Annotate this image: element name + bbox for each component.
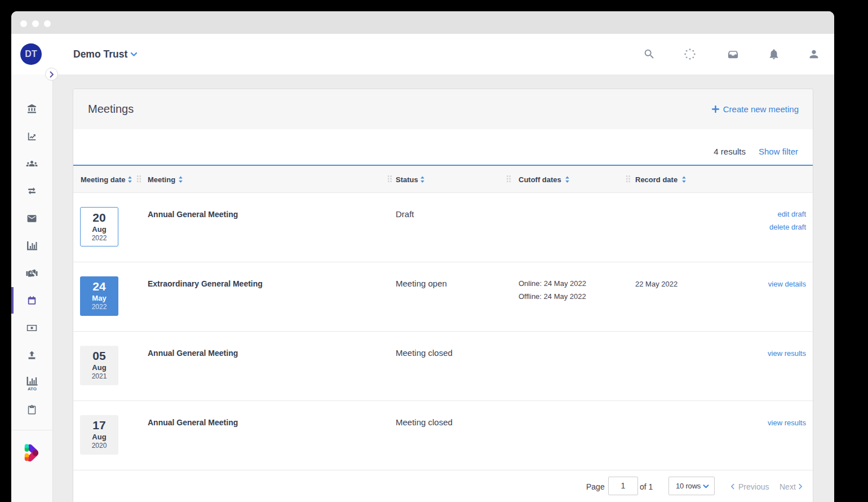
svg-text:ATO: ATO (28, 386, 37, 391)
